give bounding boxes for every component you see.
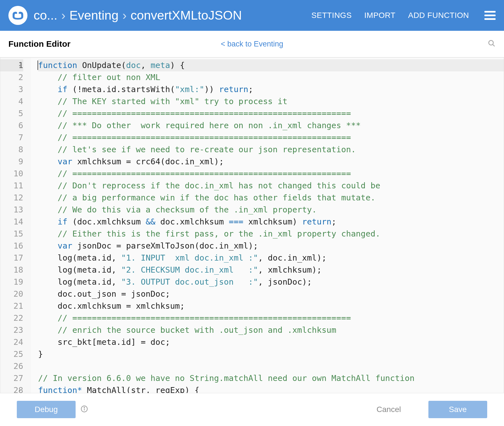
gutter-line: 6 <box>0 120 23 132</box>
gutter-line: 10 <box>0 168 23 180</box>
breadcrumb: co... › Eventing › convertXMLtoJSON <box>34 8 303 23</box>
code-line[interactable]: var jsonDoc = parseXmlToJson(doc.in_xml)… <box>38 240 504 252</box>
code-line[interactable]: // Don't reprocess if the doc.in_xml has… <box>38 180 504 192</box>
gutter-line: 24 <box>0 336 23 348</box>
code-line[interactable]: function OnUpdate(doc, meta) { <box>38 59 504 71</box>
code-line[interactable]: log(meta.id, "2. CHECKSUM doc.in_xml :",… <box>38 264 504 276</box>
gutter-line: 25 <box>0 348 23 360</box>
back-to-eventing-link[interactable]: < back to Eventing <box>221 40 283 48</box>
code-line[interactable]: // *** Do other work required here on no… <box>38 120 504 132</box>
gutter-line: 19 <box>0 276 23 288</box>
breadcrumb-eventing[interactable]: Eventing <box>69 8 118 23</box>
code-line[interactable]: } <box>38 348 504 360</box>
code-line[interactable]: function* MatchAll(str, regExp) { <box>38 384 504 393</box>
code-line[interactable]: // let's see if we need to re-create our… <box>38 144 504 156</box>
code-line[interactable] <box>38 360 504 372</box>
gutter-line: 18 <box>0 264 23 276</box>
gutter-line: 17 <box>0 252 23 264</box>
app-header: co... › Eventing › convertXMLtoJSON SETT… <box>0 0 504 31</box>
code-line[interactable]: // Either this is the first pass, or the… <box>38 228 504 240</box>
gutter-line: 16 <box>0 240 23 252</box>
fold-icon[interactable]: ▾ <box>18 59 21 71</box>
gutter-line: 23 <box>0 324 23 336</box>
info-icon[interactable] <box>81 405 88 414</box>
code-line[interactable]: log(meta.id, "1. INPUT xml doc.in_xml :"… <box>38 252 504 264</box>
gutter-line: 12 <box>0 192 23 204</box>
footer: Debug Cancel Save <box>0 393 504 425</box>
svg-point-4 <box>84 407 85 408</box>
import-link[interactable]: IMPORT <box>364 11 395 20</box>
gutter-line: 1▾ <box>0 59 23 71</box>
subheader: Function Editor < back to Eventing <box>0 31 504 57</box>
fold-icon[interactable]: ▾ <box>18 384 21 393</box>
breadcrumb-cluster[interactable]: co... <box>34 8 57 23</box>
svg-line-1 <box>493 45 495 46</box>
debug-button[interactable]: Debug <box>17 401 76 418</box>
code-editor[interactable]: 1▾23456789101112131415161718192021222324… <box>0 57 504 393</box>
gutter-line: 26 <box>0 360 23 372</box>
code-line[interactable]: doc.out_json = jsonDoc; <box>38 288 504 300</box>
cancel-button[interactable]: Cancel <box>363 401 414 418</box>
code-line[interactable]: if (!meta.id.startsWith("xml:")) return; <box>38 83 504 95</box>
code-line[interactable]: // The KEY started with "xml" try to pro… <box>38 95 504 107</box>
couchbase-icon <box>12 11 24 20</box>
code-line[interactable]: // =====================================… <box>38 132 504 144</box>
code-line[interactable]: // a big performance win if the doc has … <box>38 192 504 204</box>
breadcrumb-sep: › <box>61 8 66 23</box>
code-line[interactable]: var xmlchksum = crc64(doc.in_xml); <box>38 156 504 168</box>
header-actions: SETTINGS IMPORT ADD FUNCTION <box>311 11 496 20</box>
svg-point-0 <box>489 41 493 45</box>
code-line[interactable]: // =====================================… <box>38 107 504 120</box>
code-line[interactable]: // =====================================… <box>38 312 504 324</box>
page-title: Function Editor <box>8 39 71 49</box>
gutter-line: 7 <box>0 132 23 144</box>
code-line[interactable]: // filter out non XML <box>38 71 504 83</box>
code-line[interactable]: // enrich the source bucket with .out_js… <box>38 324 504 336</box>
code-line[interactable]: src_bkt[meta.id] = doc; <box>38 336 504 348</box>
code-line[interactable]: // We do this via a checksum of the .in_… <box>38 204 504 216</box>
gutter-line: 14 <box>0 216 23 228</box>
gutter-line: 20 <box>0 288 23 300</box>
settings-link[interactable]: SETTINGS <box>311 11 352 20</box>
search-icon[interactable] <box>488 39 496 48</box>
gutter-line: 5 <box>0 107 23 120</box>
code-line[interactable]: doc.xmlchksum = xmlchksum; <box>38 300 504 312</box>
code-line[interactable]: // =====================================… <box>38 168 504 180</box>
gutter-line: 4 <box>0 95 23 107</box>
editor-code[interactable]: function OnUpdate(doc, meta) { // filter… <box>31 58 504 393</box>
menu-icon[interactable] <box>484 11 496 20</box>
code-line[interactable]: // In version 6.6.0 we have no String.ma… <box>38 372 504 384</box>
gutter-line: 27 <box>0 372 23 384</box>
code-line[interactable]: log(meta.id, "3. OUTPUT doc.out_json :",… <box>38 276 504 288</box>
gutter-line: 21 <box>0 300 23 312</box>
gutter-line: 3 <box>0 83 23 95</box>
breadcrumb-sep: › <box>122 8 127 23</box>
breadcrumb-function[interactable]: convertXMLtoJSON <box>130 8 242 23</box>
gutter-line: 2 <box>0 71 23 83</box>
gutter-line: 8 <box>0 144 23 156</box>
gutter-line: 9 <box>0 156 23 168</box>
gutter-line: 28▾ <box>0 384 23 393</box>
app-logo[interactable] <box>8 6 27 25</box>
add-function-link[interactable]: ADD FUNCTION <box>408 11 469 20</box>
gutter-line: 11 <box>0 180 23 192</box>
gutter-line: 13 <box>0 204 23 216</box>
code-line[interactable]: if (doc.xmlchksum && doc.xmlchksum === x… <box>38 216 504 228</box>
editor-gutter: 1▾23456789101112131415161718192021222324… <box>0 58 31 393</box>
gutter-line: 22 <box>0 312 23 324</box>
gutter-line: 15 <box>0 228 23 240</box>
save-button[interactable]: Save <box>428 401 487 418</box>
